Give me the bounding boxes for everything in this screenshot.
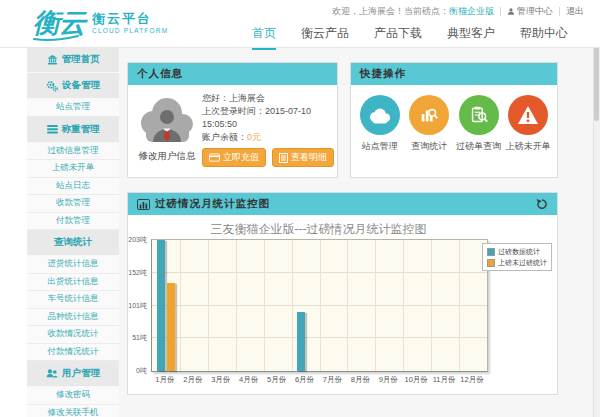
gridline: [292, 240, 293, 371]
logo-subtitle: CLOUD PLATFORM: [92, 26, 168, 35]
view-detail-button[interactable]: 查看明细: [272, 148, 334, 167]
greeting-text: 您好：上海展会: [202, 92, 334, 105]
refresh-icon: [536, 198, 548, 210]
gridline: [459, 240, 460, 371]
header: 衡云 衡云平台 CLOUD PLATFORM 欢迎，上海展会！当前磅点： 衡猫企…: [0, 0, 600, 48]
divider: [559, 7, 560, 16]
gridline: [264, 240, 265, 371]
gridline: [208, 240, 209, 371]
nav-item-3[interactable]: 典型客户: [447, 25, 495, 50]
chart-panel-header: 过磅情况月统计监控图: [128, 193, 557, 215]
y-tick-label: 51吨: [132, 334, 147, 341]
sidebar-item-label: 进货统计信息: [48, 258, 99, 270]
gridline: [347, 240, 348, 371]
nav-item-1[interactable]: 衡云产品: [301, 25, 349, 50]
sidebar-item-6[interactable]: 站点日志: [27, 178, 119, 196]
sidebar-section-3[interactable]: 称重管理: [27, 117, 119, 143]
chart-x-axis-labels: 1月份2月份3月份4月份5月份6月份7月份8月份9月份10月份11月份12月份: [151, 373, 486, 385]
sidebar-item-13[interactable]: 品种统计信息: [27, 309, 119, 327]
nav-item-4[interactable]: 帮助中心: [520, 25, 568, 50]
quick-action-label: 站点管理: [356, 141, 404, 152]
quick-action-label: 查询统计: [405, 141, 453, 152]
sidebar-item-label: 站点管理: [56, 101, 90, 113]
bank-icon: [47, 54, 58, 65]
quick-action-2[interactable]: 过磅单查询: [455, 95, 503, 152]
sidebar-item-10[interactable]: 进货统计信息: [27, 256, 119, 274]
x-tick-label: 7月份: [323, 375, 342, 385]
admin-center-link[interactable]: 管理中心: [507, 5, 553, 18]
nav-item-2[interactable]: 产品下载: [374, 25, 422, 50]
bar-上磅未过磅统计-1月份: [167, 283, 175, 371]
sidebar-item-18[interactable]: 修改关联手机: [27, 405, 119, 417]
refresh-button[interactable]: [536, 198, 548, 210]
sidebar: 管理首页设备管理站点管理称重管理过磅信息管理上磅未开单站点日志收款管理付款管理查…: [27, 47, 119, 417]
chart-title: 三友衡猫企业版---过磅情况月统计监控图: [151, 221, 486, 238]
sidebar-item-4[interactable]: 过磅信息管理: [27, 143, 119, 161]
sidebar-item-14[interactable]: 收款情况统计: [27, 326, 119, 344]
quick-action-0[interactable]: 站点管理: [356, 95, 404, 152]
sidebar-item-7[interactable]: 收款管理: [27, 195, 119, 213]
x-tick-label: 12月份: [460, 375, 483, 385]
sidebar-item-label: 品种统计信息: [48, 311, 99, 323]
sidebar-item-label: 修改密码: [56, 389, 90, 401]
profile-body: 修改用户信息 您好：上海展会 上次登录时间：2015-07-10 15:05:5…: [128, 85, 337, 167]
sidebar-item-label: 出货统计信息: [48, 276, 99, 288]
chart-body: 三友衡猫企业版---过磅情况月统计监控图 0吨51吨101吨152吨203吨 1…: [128, 215, 557, 396]
sidebar-item-label: 管理首页: [62, 53, 100, 66]
bar-过磅数据统计-6月份: [297, 312, 305, 371]
sidebar-item-11[interactable]: 出货统计信息: [27, 274, 119, 292]
quick-action-1[interactable]: 查询统计: [405, 95, 453, 152]
quick-actions-body: 站点管理查询统计过磅单查询上磅未开单: [351, 85, 557, 152]
chart-panel-title: 过磅情况月统计监控图: [155, 197, 270, 211]
balance-text: 账户余额：0元: [202, 131, 334, 144]
logo-title: 衡云平台: [92, 11, 168, 26]
sidebar-item-2[interactable]: 站点管理: [27, 99, 119, 117]
scrollbar-track[interactable]: [593, 0, 600, 417]
balance-value: 0元: [247, 132, 261, 142]
logout-link[interactable]: 退出: [566, 5, 584, 18]
welcome-text: 欢迎，上海展会！当前磅点：: [332, 5, 449, 18]
x-tick-label: 3月份: [211, 375, 230, 385]
nav-item-0[interactable]: 首页: [252, 25, 276, 50]
bar-过磅数据统计-1月份: [157, 240, 165, 371]
sidebar-item-5[interactable]: 上磅未开单: [27, 160, 119, 178]
logo: 衡云 衡云平台 CLOUD PLATFORM: [33, 4, 168, 41]
sidebar-item-label: 查询统计: [54, 236, 92, 249]
gears-icon: [46, 80, 58, 92]
sidebar-section-9[interactable]: 查询统计: [27, 230, 119, 256]
y-tick-label: 0吨: [136, 367, 147, 374]
x-tick-label: 5月份: [267, 375, 286, 385]
current-site-link[interactable]: 衡猫企业版: [449, 5, 494, 18]
person-icon: [507, 7, 515, 16]
sidebar-section-0[interactable]: 管理首页: [27, 47, 119, 73]
sidebar-section-16[interactable]: 用户管理: [27, 361, 119, 387]
profile-panel: 个人信息 修改用户信息 您好：上海展会 上次登录时间：2015-07-10 15…: [127, 62, 338, 178]
sidebar-item-label: 付款管理: [56, 215, 90, 227]
sidebar-item-label: 修改关联手机: [48, 407, 99, 417]
chart-search-icon: [409, 95, 449, 135]
edit-user-info-link[interactable]: 修改用户信息: [136, 150, 198, 163]
sidebar-item-label: 车号统计信息: [48, 293, 99, 305]
profile-info: 您好：上海展会 上次登录时间：2015-07-10 15:05:50 账户余额：…: [198, 92, 334, 167]
list-icon: [47, 124, 58, 134]
profile-buttons: 立即充值 查看明细: [202, 148, 334, 167]
quick-actions-panel: 快捷操作 站点管理查询统计过磅单查询上磅未开单: [350, 62, 558, 178]
form-search-icon: [459, 95, 499, 135]
sidebar-item-15[interactable]: 付款情况统计: [27, 344, 119, 362]
quick-actions-header: 快捷操作: [351, 63, 557, 85]
x-tick-label: 2月份: [183, 375, 202, 385]
recharge-button[interactable]: 立即充值: [202, 148, 266, 167]
legend-swatch: [487, 248, 495, 256]
warning-icon: [508, 95, 548, 135]
sidebar-item-17[interactable]: 修改密码: [27, 387, 119, 405]
profile-panel-header: 个人信息: [128, 63, 337, 85]
sidebar-item-8[interactable]: 付款管理: [27, 213, 119, 231]
sidebar-section-1[interactable]: 设备管理: [27, 73, 119, 99]
gridline: [180, 240, 181, 371]
sidebar-item-label: 用户管理: [62, 367, 100, 380]
gridline: [431, 240, 432, 371]
sidebar-item-12[interactable]: 车号统计信息: [27, 291, 119, 309]
legend-entry[interactable]: 过磅数据统计: [487, 247, 547, 256]
legend-entry[interactable]: 上磅未过磅统计: [487, 258, 547, 267]
quick-action-3[interactable]: 上磅未开单: [504, 95, 552, 152]
